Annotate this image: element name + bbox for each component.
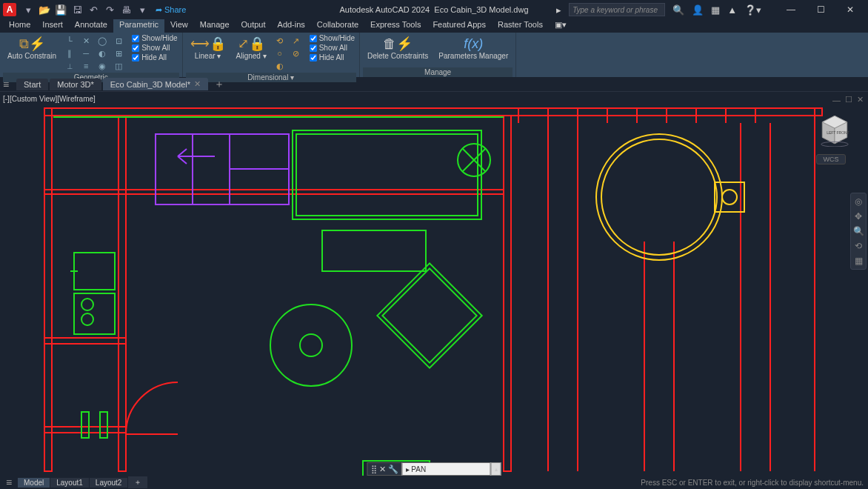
close-icon[interactable]: ✕ [379, 465, 386, 474]
qat-dropdown-icon[interactable]: ▾ [136, 4, 148, 16]
saveas-icon[interactable]: 🖫 [71, 4, 83, 16]
parameters-icon: f(x) [464, 36, 483, 52]
viewcube[interactable]: LEFT FRONT [816, 110, 853, 147]
menu-collaborate[interactable]: Collaborate [311, 19, 364, 33]
filetab-eco-cabin[interactable]: Eco Cabin_3D Model*✕ [103, 78, 208, 90]
dim-constraint-icon[interactable]: ○ [274, 48, 286, 59]
menu-manage[interactable]: Manage [194, 19, 236, 33]
menu-expand[interactable]: ▣▾ [549, 19, 572, 33]
menu-dropdown-icon[interactable]: ▾ [22, 4, 34, 16]
auto-constrain-button[interactable]: ⧉⚡ Auto Constrain [3, 34, 61, 61]
geo-showall-button[interactable]: Show All [130, 44, 178, 52]
tab-close-icon[interactable]: ✕ [194, 79, 201, 89]
menu-parametric[interactable]: Parametric [113, 19, 164, 33]
filetab-start[interactable]: Start [16, 79, 48, 90]
search-input[interactable]: Type a keyword or phrase [569, 3, 665, 16]
menu-view[interactable]: View [164, 19, 194, 33]
command-recent-dropdown[interactable]: ▴ [491, 462, 501, 476]
delete-constraints-button[interactable]: 🗑⚡ Delete Constraints [363, 34, 433, 61]
vp-close-icon[interactable]: ✕ [857, 95, 864, 104]
menu-output[interactable]: Output [236, 19, 272, 33]
constraint-icon[interactable]: ⊞ [113, 48, 124, 59]
steering-wheel-icon[interactable]: ◎ [855, 196, 862, 207]
tab-layout1[interactable]: Layout1 [50, 478, 89, 488]
constraint-icon[interactable]: └ [64, 36, 76, 46]
plot-icon[interactable]: 🖶 [120, 4, 132, 16]
app-logo[interactable]: A [3, 3, 16, 16]
help-icon[interactable]: ❔▾ [744, 4, 761, 16]
menu-annotate[interactable]: Annotate [69, 19, 113, 33]
viewport-window-controls: — ☐ ✕ [832, 95, 864, 104]
menu-raster-tools[interactable]: Raster Tools [492, 19, 549, 33]
add-layout-button[interactable]: ＋ [128, 476, 147, 488]
zoom-icon[interactable]: 🔍 [853, 226, 864, 236]
constraint-icon[interactable]: ⊡ [113, 36, 124, 46]
linear-button[interactable]: ⟷🔒 Linear ▾ [186, 34, 230, 61]
orbit-icon[interactable]: ⟲ [855, 241, 862, 251]
showmotion-icon[interactable]: ▦ [855, 256, 863, 266]
share-button[interactable]: ➦ Share [156, 5, 186, 15]
undo-icon[interactable]: ↶ [87, 4, 99, 16]
menu-addins[interactable]: Add-ins [272, 19, 311, 33]
open-icon[interactable]: 📂 [39, 4, 50, 16]
aligned-icon: ⤢🔒 [238, 36, 265, 52]
svg-rect-3 [504, 116, 511, 471]
viewport-label[interactable]: [-][Custom View][Wireframe] [3, 95, 96, 103]
ribbon: ⧉⚡ Auto Constrain └ ∥ ⟂ ✕ ─ ≡ ◯ ◐ ◉ ⊡ ⊞ [0, 33, 868, 77]
constraint-icon[interactable]: ◐ [96, 48, 108, 59]
wrench-icon[interactable]: 🔧 [388, 465, 398, 474]
menu-featured-apps[interactable]: Featured Apps [427, 19, 492, 33]
dim-constraint-icon[interactable]: ⟲ [274, 36, 286, 46]
title-bar: A ▾ 📂 💾 🖫 ↶ ↷ 🖶 ▾ ➦ Share Autodesk AutoC… [0, 0, 868, 19]
signin-icon[interactable]: 🔍 [672, 4, 684, 16]
dim-constraint-icon[interactable]: ⊘ [290, 48, 302, 59]
constraint-icon[interactable]: ⟂ [64, 61, 76, 71]
redo-icon[interactable]: ↷ [104, 4, 116, 16]
geo-hideall-button[interactable]: Hide All [130, 53, 178, 61]
vp-restore-icon[interactable]: ☐ [845, 95, 852, 104]
dim-showhide-button[interactable]: Show/Hide [308, 34, 356, 42]
tab-model[interactable]: Model [18, 478, 50, 488]
filetabs-menu-icon[interactable]: ≡ [3, 79, 16, 90]
command-handle[interactable]: ⣿✕🔧 [367, 462, 402, 476]
dim-constraint-icon[interactable]: ◐ [274, 61, 286, 71]
dim-showall-button[interactable]: Show All [308, 44, 356, 52]
filetab-motor-3d[interactable]: Motor 3D* [50, 79, 101, 90]
save-icon[interactable]: 💾 [55, 4, 67, 16]
layout-menu-icon[interactable]: ≡ [0, 476, 18, 488]
drawing-viewport[interactable] [0, 93, 868, 476]
svg-rect-4 [44, 190, 504, 194]
dim-hideall-button[interactable]: Hide All [308, 53, 356, 61]
svg-rect-5 [44, 338, 126, 344]
tab-layout2[interactable]: Layout2 [90, 478, 128, 488]
search-caret-icon[interactable]: ▸ [556, 4, 561, 16]
svg-rect-6 [44, 427, 126, 433]
dim-constraint-icon[interactable]: ↗ [290, 36, 302, 46]
constraint-icon[interactable]: ◉ [96, 61, 108, 71]
constraint-icon[interactable]: ∥ [64, 48, 76, 59]
new-tab-button[interactable]: ＋ [210, 78, 229, 91]
constraint-icon[interactable]: ─ [80, 48, 92, 59]
vp-minimize-icon[interactable]: — [832, 96, 841, 104]
ribbon-panel-dimensional: ⟷🔒 Linear ▾ ⤢🔒 Aligned ▾ ⟲ ○ ◐ ↗ ⊘ Show/… [183, 33, 361, 77]
apps-icon[interactable]: ▲ [727, 4, 737, 16]
parameters-manager-button[interactable]: f(x) Parameters Manager [434, 34, 513, 61]
constraint-icon[interactable]: ✕ [80, 36, 92, 46]
constraint-icon[interactable]: ◫ [113, 61, 124, 71]
geo-showhide-button[interactable]: Show/Hide [130, 34, 178, 42]
pan-icon[interactable]: ✥ [855, 211, 862, 222]
wcs-badge[interactable]: WCS [816, 154, 846, 164]
aligned-button[interactable]: ⤢🔒 Aligned ▾ [232, 34, 271, 61]
constraint-icon[interactable]: ◯ [96, 36, 108, 46]
maximize-button[interactable]: ☐ [806, 0, 835, 19]
command-input[interactable]: ▸ PAN [402, 462, 491, 476]
menu-insert[interactable]: Insert [36, 19, 69, 33]
menu-home[interactable]: Home [3, 19, 36, 33]
minimize-button[interactable]: — [776, 0, 806, 19]
navigation-bar: ◎ ✥ 🔍 ⟲ ▦ [850, 193, 867, 270]
close-button[interactable]: ✕ [835, 0, 865, 19]
constraint-icon[interactable]: ≡ [80, 61, 92, 71]
user-icon[interactable]: 👤 [692, 4, 704, 16]
autodesk-app-icon[interactable]: ▦ [711, 4, 720, 16]
menu-express-tools[interactable]: Express Tools [364, 19, 427, 33]
